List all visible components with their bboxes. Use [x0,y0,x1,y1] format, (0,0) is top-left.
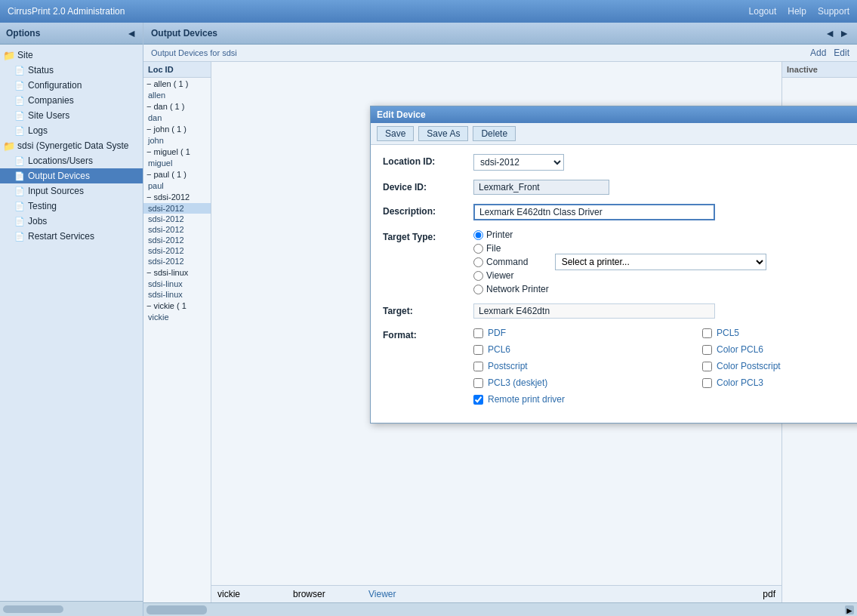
description-row: Description: [383,204,857,220]
inactive-header: Inactive [782,62,857,78]
device-id-row: Device ID: [383,180,857,195]
device-group-dan[interactable]: − dan ( 1 ) [143,100,211,112]
page-icon: 📄 [14,79,26,91]
sidebar-footer [0,601,143,616]
format-color-postscript-checkbox[interactable] [702,362,712,371]
sidebar-item-site[interactable]: 📁 Site [0,48,143,63]
support-button[interactable]: Support [818,6,849,17]
format-postscript-label: Postscript [488,361,528,371]
printer-dropdown[interactable]: Select a printer... [555,254,766,270]
device-group-sdsilinux[interactable]: − sdsi-linux [143,266,211,279]
radio-network-printer-label: Network Printer [486,284,549,294]
delete-button[interactable]: Delete [473,126,516,141]
format-pcl6-checkbox[interactable] [473,345,483,355]
description-control [473,204,857,220]
page-icon: 📄 [14,215,26,227]
format-pcl5: PCL5 [702,328,857,338]
main-layout: Options ◄ 📁 Site 📄 Status 📄 Configuratio… [0,23,857,616]
bottom-cell-pdf: pdf [763,589,775,599]
sidebar-item-input-sources[interactable]: 📄 Input Sources [0,183,143,199]
bottom-table-row: vickie browser Viewer pdf [211,585,781,602]
format-color-pcl6-checkbox[interactable] [702,345,712,355]
sidebar-scrollbar[interactable] [3,605,63,613]
format-label: Format: [383,328,473,340]
expand-button[interactable]: ◄ [825,27,835,39]
sidebar-item-restart-services[interactable]: 📄 Restart Services [0,229,143,244]
sidebar-item-locations-users[interactable]: 📄 Locations/Users [0,153,143,168]
sidebar-item-label: Input Sources [28,186,84,196]
device-item-dan[interactable]: dan [143,112,211,123]
device-item-john[interactable]: john [143,135,211,146]
device-item-sdsi2012-6[interactable]: sdsi-2012 [143,256,211,266]
sidebar-item-sdsi[interactable]: 📁 sdsi (Synergetic Data Syste [0,138,143,153]
format-postscript-checkbox[interactable] [473,362,483,371]
device-group-miguel[interactable]: − miguel ( 1 [143,146,211,158]
target-input[interactable] [473,303,715,319]
radio-viewer-label: Viewer [486,270,513,281]
device-item-sdsi2012-4[interactable]: sdsi-2012 [143,235,211,245]
device-item-vickie[interactable]: vickie [143,312,211,322]
page-icon: 📄 [14,64,26,76]
device-group-allen[interactable]: − allen ( 1 ) [143,78,211,90]
radio-command-label: Command [486,257,528,267]
format-pcl3-checkbox[interactable] [473,378,483,388]
radio-command-input[interactable] [473,257,483,267]
location-id-row: Location ID: sdsi-2012 [383,154,857,171]
device-item-sdsilinux-1[interactable]: sdsi-linux [143,279,211,289]
sidebar-item-logs[interactable]: 📄 Logs [0,123,143,138]
location-id-label: Location ID: [383,154,473,167]
format-color-pcl3-checkbox[interactable] [702,378,712,388]
radio-printer-input[interactable] [473,230,483,240]
device-item-sdsi2012-2[interactable]: sdsi-2012 [143,214,211,224]
collapse-button[interactable]: ► [839,27,849,39]
format-remote-print-driver-checkbox[interactable] [473,395,483,405]
device-id-input[interactable] [473,180,609,195]
output-subtitle-bar: Output Devices for sdsi Add Edit [143,45,857,62]
device-item-allen[interactable]: allen [143,90,211,100]
sidebar-item-status[interactable]: 📄 Status [0,63,143,78]
app-title: CirrusPrint 2.0 Administration [8,6,125,17]
format-pdf-label: PDF [488,328,506,338]
device-item-sdsi2012-3[interactable]: sdsi-2012 [143,224,211,235]
page-icon: 📄 [14,170,26,182]
device-item-sdsi2012-1[interactable]: sdsi-2012 [143,203,211,214]
format-pcl5-label: PCL5 [717,328,739,338]
device-group-sdsi2012[interactable]: − sdsi-2012 [143,191,211,203]
radio-viewer-input[interactable] [473,271,483,281]
device-item-paul[interactable]: paul [143,180,211,191]
sidebar-item-output-devices[interactable]: 📄 Output Devices [0,168,143,183]
target-type-label: Target Type: [383,229,473,242]
format-grid: PDF PCL5 PCL6 [473,328,857,405]
help-button[interactable]: Help [788,6,806,17]
sidebar-collapse-button[interactable]: ◄ [126,27,137,39]
sidebar-item-site-users[interactable]: 📄 Site Users [0,108,143,123]
format-remote-print-driver-label: Remote print driver [488,394,565,405]
printer-select-row: Printer File Command [473,229,857,294]
save-button[interactable]: Save [377,126,414,141]
add-button[interactable]: Add [810,48,826,58]
right-side: Output Devices ◄ ► Output Devices for sd… [143,23,857,616]
scroll-right-button[interactable]: ► [845,605,854,614]
horizontal-scrollbar[interactable] [146,605,207,614]
format-pcl5-checkbox[interactable] [702,328,712,338]
sidebar-item-testing[interactable]: 📄 Testing [0,199,143,214]
logout-button[interactable]: Logout [749,6,777,17]
sidebar-item-label: Site Users [28,110,69,121]
device-group-vickie[interactable]: − vickie ( 1 [143,300,211,312]
device-item-sdsi2012-5[interactable]: sdsi-2012 [143,245,211,256]
device-item-miguel[interactable]: miguel [143,158,211,168]
radio-file-input[interactable] [473,244,483,254]
description-label: Description: [383,204,473,217]
radio-network-printer-input[interactable] [473,285,483,294]
location-id-select[interactable]: sdsi-2012 [473,154,564,171]
sidebar-item-configuration[interactable]: 📄 Configuration [0,78,143,93]
device-item-sdsilinux-2[interactable]: sdsi-linux [143,289,211,300]
sidebar-item-companies[interactable]: 📄 Companies [0,93,143,108]
save-as-button[interactable]: Save As [418,126,468,141]
sidebar-item-jobs[interactable]: 📄 Jobs [0,214,143,229]
device-group-john[interactable]: − john ( 1 ) [143,123,211,135]
device-group-paul[interactable]: − paul ( 1 ) [143,168,211,180]
format-pdf-checkbox[interactable] [473,328,483,338]
description-input[interactable] [473,204,715,220]
edit-button[interactable]: Edit [834,48,849,58]
